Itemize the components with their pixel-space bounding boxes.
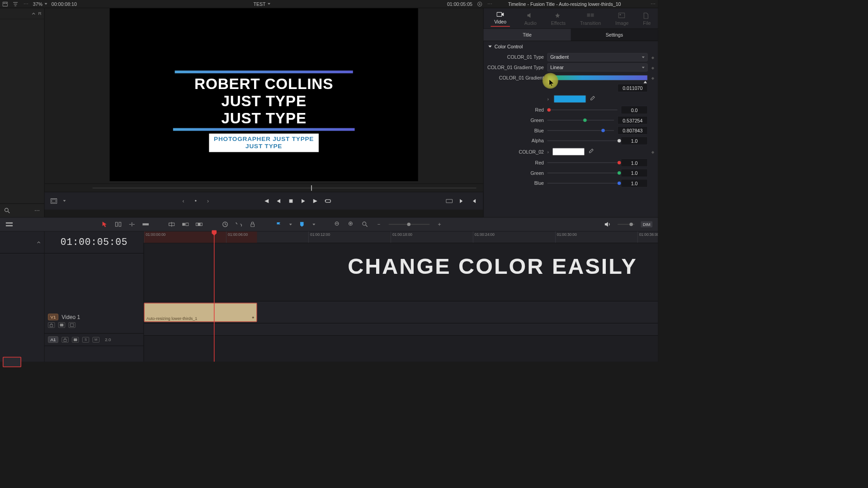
chevron-right-icon[interactable]: › [547,149,549,155]
subtab-title[interactable]: Title [484,29,571,41]
chevron-up-icon[interactable] [37,240,41,244]
timeline-view-icon[interactable] [5,221,13,228]
retime-icon[interactable] [222,221,229,228]
eyedropper-icon[interactable] [590,96,596,102]
eyedropper-icon[interactable] [588,149,594,155]
marker-dot-icon[interactable]: • [192,197,199,205]
disable-track-icon[interactable] [69,322,75,328]
zoom-dropdown[interactable]: 37% [33,1,47,7]
track-header-a1[interactable]: A1 S M 2.0 [45,333,144,346]
auto-select-icon[interactable] [72,337,79,342]
section-color-control[interactable]: Color Control [484,41,658,52]
a1-badge[interactable]: A1 [48,336,58,343]
volume-slider[interactable] [618,224,635,225]
keyframe-toggle[interactable] [651,65,655,70]
lock-track-icon[interactable] [61,337,68,342]
chevron-right-icon[interactable]: › [547,96,549,102]
zoom-out-fit-icon[interactable] [334,221,341,228]
solo-button[interactable]: S [82,337,89,342]
alpha-slider[interactable] [547,141,618,141]
last-frame-icon[interactable] [312,197,320,205]
insert-icon[interactable] [168,221,175,228]
chevron-down-icon[interactable] [312,224,315,225]
timeline-ruler[interactable]: 01:00:00:00 01:00:06:00 01:00:12:00 01:0… [144,231,658,243]
gradient-pos-value[interactable]: 0.011070 [618,84,648,92]
zoom-minus-icon[interactable]: － [375,221,382,228]
scrub-handle[interactable] [311,185,312,191]
green2-slider[interactable] [547,173,618,174]
blue-slider[interactable] [547,130,614,131]
trim-tool-icon[interactable] [114,221,122,228]
timeline-clip[interactable]: Auto-resizing lower-thirds_1 ✦ [144,303,257,322]
track-lane-a1[interactable] [144,324,658,336]
replace-icon[interactable] [195,221,203,228]
match-frame-icon[interactable] [445,197,453,205]
filter-icon[interactable] [12,1,19,7]
dim-button[interactable]: DIM [641,221,652,228]
gradient-strip[interactable] [547,75,648,80]
keyframe-toggle[interactable] [651,149,655,155]
green-slider[interactable] [547,120,614,121]
marker-icon[interactable] [298,221,306,228]
browser-collapse-row[interactable]: R [0,8,44,19]
blue2-slider[interactable] [547,183,618,184]
alpha-value[interactable]: 1.0 [621,136,647,145]
link-icon[interactable] [235,221,243,228]
more-icon[interactable]: ⋯ [650,1,656,7]
more-icon[interactable]: ⋯ [23,1,29,7]
page-nav-edit[interactable] [3,357,21,367]
viewer-scrubber[interactable] [45,183,483,192]
red2-value[interactable]: 1.0 [621,159,647,167]
timeline-body[interactable]: 01:00:00:00 01:00:06:00 01:00:12:00 01:0… [144,231,658,361]
first-frame-icon[interactable] [263,197,270,205]
loop-icon[interactable] [324,197,332,205]
mute-icon[interactable] [604,221,612,228]
goto-out-icon[interactable] [470,197,478,205]
keyframe-toggle[interactable] [651,55,655,60]
track-lane-v1[interactable]: Auto-resizing lower-thirds_1 ✦ [144,301,658,324]
keyframe-toggle[interactable] [651,75,655,80]
subtab-settings[interactable]: Settings [571,29,658,41]
next-edit-icon[interactable] [458,197,466,205]
lock-icon[interactable] [249,221,256,228]
program-viewer[interactable]: ROBERT COLLINS JUST TYPE JUST TYPE PHOTO… [110,8,418,181]
next-clip-icon[interactable]: › [204,197,212,205]
red-slider[interactable] [547,110,618,111]
chevron-down-icon[interactable] [63,200,66,202]
timeline-name-dropdown[interactable]: TEST [253,1,270,7]
blade-tool-icon[interactable] [142,221,150,228]
timeline-zoom-slider[interactable] [389,224,430,225]
color01-gradtype-select[interactable]: Linear [547,63,648,71]
auto-select-icon[interactable] [58,322,65,328]
media-pool-icon[interactable] [2,1,9,7]
color-swatch[interactable] [554,95,586,103]
more-icon[interactable]: ⋯ [487,1,493,7]
dynamic-trim-icon[interactable] [128,221,136,228]
play-reverse-icon[interactable] [275,197,283,205]
more-icon[interactable]: ⋯ [34,207,40,214]
gradient-stop-right[interactable] [644,81,647,83]
v1-badge[interactable]: V1 [48,314,58,320]
stop-icon[interactable] [287,197,295,205]
color02-swatch[interactable] [552,148,585,155]
red2-slider[interactable] [547,162,618,163]
color01-type-select[interactable]: Gradient [547,53,648,61]
search-icon[interactable] [4,207,10,214]
lock-track-icon[interactable] [48,322,55,328]
mute-button[interactable]: M [93,337,99,342]
safe-area-icon[interactable] [50,197,58,205]
bypass-color-icon[interactable] [476,1,483,7]
tab-video[interactable]: Video [491,11,509,26]
search-timeline-icon[interactable] [361,221,369,228]
zoom-plus-icon[interactable]: ＋ [436,221,443,228]
blue-value[interactable]: 0.807843 [618,127,648,135]
prev-clip-icon[interactable]: ‹ [179,197,187,205]
blue2-value[interactable]: 1.0 [621,179,647,187]
timeline-playhead[interactable] [214,231,215,361]
green2-value[interactable]: 1.0 [621,169,647,177]
red-value[interactable]: 0.0 [621,106,647,114]
play-icon[interactable] [299,197,307,205]
chevron-down-icon[interactable] [289,224,292,225]
flag-icon[interactable] [275,221,283,228]
track-header-v1[interactable]: V1 Video 1 [45,312,144,334]
